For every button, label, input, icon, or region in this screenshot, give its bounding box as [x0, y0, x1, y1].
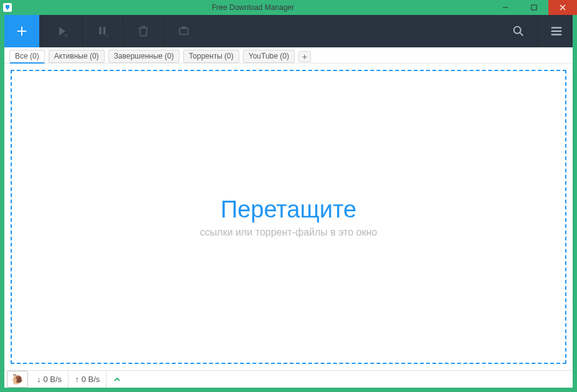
dropzone-secondary-text: ссылки или торрент-файлы в это окно: [200, 227, 377, 238]
add-download-button[interactable]: [4, 15, 39, 47]
dropzone[interactable]: Перетащите ссылки или торрент-файлы в эт…: [11, 70, 566, 364]
tab-active[interactable]: Активные (0): [49, 50, 105, 63]
expand-panel-button[interactable]: [107, 376, 128, 383]
upload-arrow-icon: ↑: [75, 375, 79, 384]
search-icon: [512, 24, 525, 38]
window-controls: [491, 0, 577, 15]
separator: [123, 15, 123, 47]
folder-icon: [178, 25, 190, 37]
svg-point-8: [67, 34, 68, 36]
close-button[interactable]: [548, 0, 577, 15]
open-folder-button[interactable]: [166, 15, 201, 47]
minimize-button[interactable]: [491, 0, 520, 15]
svg-rect-2: [532, 5, 536, 10]
window-frame: Free Download Manager: [0, 0, 577, 392]
menu-button[interactable]: [540, 15, 573, 47]
download-speed-value: 0 B/s: [44, 375, 62, 384]
search-button[interactable]: [502, 15, 535, 47]
play-icon: [56, 25, 69, 37]
speed-limit-button[interactable]: 🐌: [7, 371, 28, 388]
download-speed[interactable]: ↓ 0 B/s: [31, 371, 69, 388]
maximize-button[interactable]: [520, 0, 548, 15]
hamburger-icon: [550, 24, 563, 38]
dropzone-primary-text: Перетащите: [221, 196, 356, 223]
filter-tabs: Все (0) Активные (0) Завершенные (0) Тор…: [4, 47, 573, 64]
add-tab-button[interactable]: +: [298, 51, 311, 62]
upload-speed-value: 0 B/s: [82, 375, 100, 384]
svg-point-17: [514, 27, 521, 34]
svg-rect-12: [103, 27, 105, 34]
svg-rect-11: [99, 27, 101, 34]
svg-point-13: [105, 36, 107, 37]
tab-torrents[interactable]: Торренты (0): [183, 50, 239, 63]
svg-point-14: [107, 36, 108, 37]
svg-line-18: [520, 33, 523, 36]
titlebar[interactable]: Free Download Manager: [0, 0, 577, 15]
tab-completed[interactable]: Завершенные (0): [108, 50, 179, 63]
separator: [42, 15, 42, 47]
chevron-up-icon: [113, 376, 121, 383]
separator: [537, 15, 538, 47]
app-icon: [0, 0, 15, 15]
svg-point-10: [67, 36, 68, 37]
content-area: Перетащите ссылки или торрент-файлы в эт…: [4, 64, 573, 370]
delete-button[interactable]: [126, 15, 161, 47]
window-title: Free Download Manager: [15, 0, 491, 15]
separator: [163, 15, 164, 47]
statusbar: 🐌 ↓ 0 B/s ↑ 0 B/s: [4, 370, 573, 388]
separator: [82, 15, 83, 47]
trash-icon: [137, 25, 150, 37]
start-button[interactable]: [45, 15, 80, 47]
toolbar: [4, 15, 573, 47]
snail-icon: 🐌: [11, 373, 24, 385]
pause-button[interactable]: [85, 15, 120, 47]
svg-point-9: [65, 36, 66, 37]
upload-speed[interactable]: ↑ 0 B/s: [69, 371, 107, 388]
plus-icon: [15, 24, 29, 38]
svg-point-7: [65, 34, 66, 36]
download-arrow-icon: ↓: [37, 375, 41, 384]
plus-icon: +: [302, 52, 307, 62]
pause-icon: [97, 25, 109, 37]
tab-all[interactable]: Все (0): [9, 50, 45, 64]
tab-youtube[interactable]: YouTube (0): [243, 50, 295, 63]
